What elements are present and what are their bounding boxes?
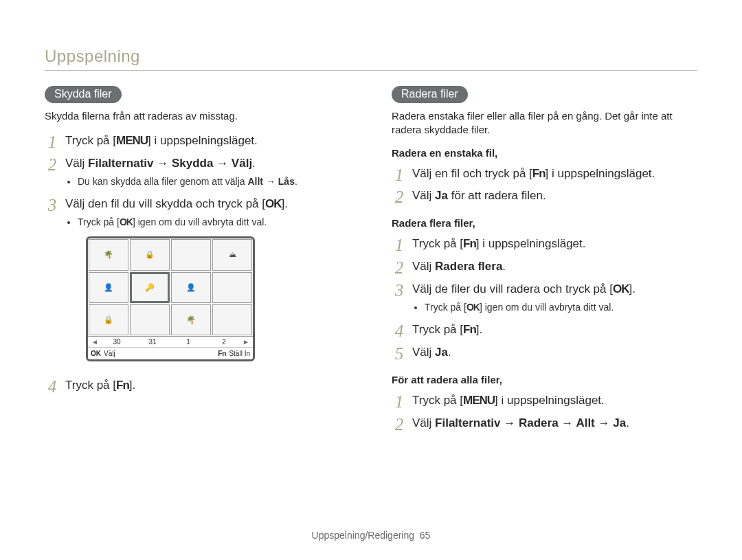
- text: Välj: [412, 189, 435, 202]
- text: .: [626, 416, 629, 429]
- columns: Skydda filer Skydda filerna från att rad…: [45, 86, 697, 435]
- thumb: 🔒: [89, 304, 128, 335]
- single-step-2: Välj Ja för att radera filen.: [392, 185, 697, 208]
- strong-text: Filalternativ → Skydda → Välj: [88, 157, 252, 170]
- strong-text: Radera flera: [435, 260, 502, 273]
- text: Du kan skydda alla filer genom att välja: [78, 176, 247, 187]
- strong-text: Filalternativ → Radera → Allt → Ja: [435, 416, 626, 429]
- text: ].: [129, 379, 135, 392]
- strong-text: Allt → Lås: [247, 176, 294, 187]
- text: Tryck på [: [425, 302, 466, 313]
- delete-single-steps: Välj en fil och tryck på [Fn] i uppspeln…: [392, 163, 697, 208]
- menu-key: MENU: [463, 393, 495, 409]
- protect-step-1: Tryck på [MENU] i uppspelningsläget.: [45, 130, 350, 153]
- head-delete-single: Radera en enstaka fil,: [392, 147, 697, 159]
- protect-step-3: Välj den fil du vill skydda och tryck på…: [45, 193, 350, 375]
- page-number: 65: [420, 530, 431, 541]
- lock-icon: 🔒: [104, 316, 113, 324]
- thumb: 🔒: [130, 239, 170, 270]
- protect-step-2-note: Du kan skydda alla filer genom att välja…: [78, 175, 350, 190]
- text: Välj: [412, 346, 435, 359]
- palm-icon: 🌴: [104, 251, 113, 258]
- thumb: 🌴: [89, 239, 128, 270]
- delete-multi-steps: Tryck på [Fn] i uppspelningsläget. Välj …: [392, 233, 697, 363]
- ok-label: Välj: [104, 349, 115, 359]
- thumb-selected: 🔑: [130, 272, 170, 303]
- text: Tryck på [: [78, 216, 120, 227]
- thumb: 🌴: [171, 304, 211, 335]
- text: Tryck på [: [412, 323, 463, 336]
- all-step-2: Välj Filalternativ → Radera → Allt → Ja.: [392, 412, 697, 435]
- mountain-icon: ⛰: [229, 251, 236, 258]
- right-arrow-icon: ►: [242, 337, 250, 347]
- text: .: [448, 346, 451, 359]
- camera-preview: 🌴 🔒 ⛰ 👤 🔑 👤 🔒 🌴: [86, 236, 255, 361]
- multi-step-1: Tryck på [Fn] i uppspelningsläget.: [392, 233, 697, 256]
- protect-step-3-note: Tryck på [OK] igen om du vill avbryta di…: [78, 215, 350, 230]
- ok-key: OK: [120, 216, 133, 229]
- ok-key: OK: [91, 349, 101, 359]
- text: Tryck på [: [65, 134, 116, 147]
- footer-text: Uppspelning/Redigering: [312, 530, 414, 541]
- protect-step-2: Välj Filalternativ → Skydda → Välj. Du k…: [45, 153, 350, 193]
- text: Tryck på [: [412, 394, 463, 407]
- page-footer: Uppspelning/Redigering 65: [0, 530, 742, 541]
- text: ] i uppspelningsläget.: [495, 394, 605, 407]
- thumb: 👤: [171, 272, 211, 303]
- date-cell: 2: [206, 337, 242, 347]
- text: Välj: [412, 260, 435, 273]
- multi-step-3-note: Tryck på [OK] igen om du vill avbryta di…: [425, 300, 697, 315]
- pill-protect-files: Skydda filer: [45, 86, 122, 103]
- text: för att radera filen.: [448, 189, 546, 202]
- text: .: [502, 260, 506, 273]
- text: ] igen om du vill avbryta ditt val.: [133, 216, 267, 227]
- header-divider: [45, 70, 697, 71]
- text: ].: [476, 323, 482, 336]
- text: Välj den fil du vill skydda och tryck på…: [65, 197, 265, 210]
- multi-step-4: Tryck på [Fn].: [392, 319, 697, 341]
- thumb: [212, 272, 252, 303]
- multi-step-3: Välj de filer du vill radera och tryck p…: [392, 278, 697, 319]
- ok-key: OK: [466, 301, 480, 315]
- strong-text: Ja: [435, 189, 448, 202]
- single-step-1: Välj en fil och tryck på [Fn] i uppspeln…: [392, 163, 697, 186]
- ok-key: OK: [613, 282, 629, 298]
- text: ].: [282, 197, 288, 210]
- text: ] igen om du vill avbryta ditt val.: [480, 302, 614, 313]
- protect-step-4: Tryck på [Fn].: [45, 374, 350, 397]
- menu-key: MENU: [116, 133, 148, 149]
- left-column: Skydda filer Skydda filerna från att rad…: [45, 86, 350, 435]
- lock-icon: 🔒: [145, 251, 155, 258]
- head-delete-all: För att radera alla filer,: [392, 374, 697, 385]
- fn-key: Fn: [116, 378, 129, 394]
- fn-key: Fn: [218, 349, 226, 359]
- delete-intro: Radera enstaka filer eller alla filer på…: [392, 109, 697, 137]
- thumb: [212, 304, 252, 335]
- calendar-bar: ◄ 30 31 1 2 ►: [88, 336, 253, 347]
- person-icon: 👤: [186, 284, 196, 291]
- text: Tryck på [: [412, 237, 463, 250]
- text: ] i uppspelningsläget.: [546, 167, 655, 180]
- text: Välj de filer du vill radera och tryck p…: [412, 282, 613, 295]
- palm-icon: 🌴: [186, 316, 196, 324]
- thumb: 👤: [89, 272, 128, 303]
- date-cell: 30: [99, 337, 135, 347]
- fn-label: Ställ In: [229, 349, 250, 359]
- text: ] i uppspelningsläget.: [476, 237, 586, 250]
- text: ].: [629, 282, 635, 295]
- pill-delete-files: Radera filer: [392, 86, 468, 103]
- delete-all-steps: Tryck på [MENU] i uppspelningsläget. Väl…: [392, 390, 697, 435]
- all-step-1: Tryck på [MENU] i uppspelningsläget.: [392, 390, 697, 412]
- thumbnail-grid: 🌴 🔒 ⛰ 👤 🔑 👤 🔒 🌴: [88, 238, 253, 336]
- thumb: [171, 239, 211, 270]
- multi-step-5: Välj Ja.: [392, 341, 697, 364]
- fn-key: Fn: [463, 322, 476, 338]
- softkey-bar: OK Välj Fn Ställ In: [88, 347, 253, 359]
- strong-text: Ja: [435, 346, 448, 359]
- key-icon: 🔑: [145, 284, 155, 291]
- date-cell: 31: [135, 337, 170, 347]
- page-heading: Uppspelning: [45, 47, 140, 66]
- fn-key: Fn: [463, 236, 476, 252]
- text: .: [252, 157, 256, 170]
- text: .: [295, 176, 297, 187]
